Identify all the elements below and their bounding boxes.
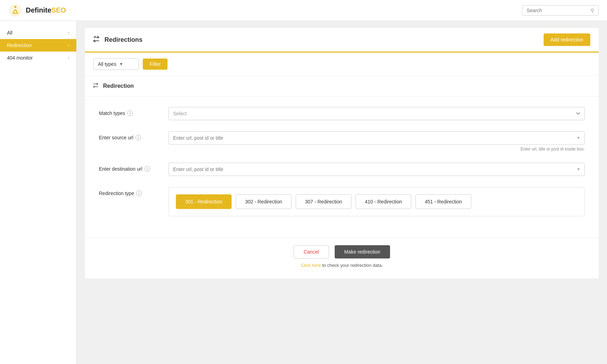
redirections-icon [93, 36, 101, 44]
page-title: Redirections [104, 36, 142, 44]
logo-icon [8, 3, 22, 17]
destination-url-input-col: ▼ [169, 163, 585, 176]
logo-area: DefiniteSEO [8, 3, 66, 17]
check-link-text: Click here to check your redirection dat… [301, 263, 383, 268]
chevron-right-icon: › [68, 55, 69, 60]
redirect-type-302[interactable]: 302 - Redirection [236, 194, 291, 209]
destination-url-input[interactable] [169, 163, 585, 176]
add-redirection-button[interactable]: Add redirection [544, 33, 590, 46]
search-box[interactable]: ⚲ [522, 5, 599, 16]
source-url-row: Enter source url i ▼ Enter url, title or… [99, 131, 585, 152]
redirection-section-icon [93, 82, 100, 90]
sidebar-item-label: All [7, 30, 13, 36]
sidebar-item-all[interactable]: All › [0, 26, 76, 39]
destination-url-row: Enter destination url i ▼ [99, 163, 585, 176]
sidebar: All › Redirection › 404 monitor › [0, 21, 77, 364]
page-title-area: Redirections [93, 36, 142, 44]
destination-url-label-col: Enter destination url i [99, 163, 162, 172]
redirect-type-410[interactable]: 410 - Redirection [356, 194, 411, 209]
redirect-type-451[interactable]: 451 - Redirection [415, 194, 471, 209]
redirection-type-row: Redirection type i 301 - Redirection 302… [99, 187, 585, 216]
filter-bar: All types ▼ Filter [85, 53, 599, 76]
source-url-input-col: ▼ Enter url, title or post id inside box… [169, 131, 585, 152]
match-types-label: Match types i [99, 110, 162, 116]
brand-name: DefiniteSEO [26, 6, 66, 14]
destination-url-info-icon[interactable]: i [145, 166, 150, 172]
match-types-row: Match types i Select [99, 107, 585, 120]
action-buttons: Cancel Make redirection [294, 245, 390, 258]
redirection-type-info-icon[interactable]: i [136, 191, 142, 196]
svg-point-1 [14, 6, 16, 8]
form-body: Match types i Select Enter source [85, 96, 599, 238]
page-header: Redirections Add redirection [85, 28, 599, 53]
chevron-down-icon: ▼ [119, 62, 123, 67]
make-redirection-button[interactable]: Make redirection [335, 245, 390, 258]
top-header: DefiniteSEO ⚲ [0, 0, 607, 21]
search-input[interactable] [527, 8, 589, 13]
match-types-select[interactable]: Select [169, 107, 585, 120]
redirection-type-input-col: 301 - Redirection 302 - Redirection 307 … [169, 187, 585, 216]
sidebar-item-404monitor[interactable]: 404 monitor › [0, 52, 76, 64]
destination-url-label: Enter destination url i [99, 166, 162, 172]
chevron-right-icon: › [68, 30, 69, 35]
redirect-type-307[interactable]: 307 - Redirection [296, 194, 351, 209]
source-url-dropdown-arrow: ▼ [576, 135, 581, 140]
source-url-hint: Enter url, title or post id inside box. [169, 147, 585, 152]
all-types-label: All types [98, 61, 116, 67]
form-card: All types ▼ Filter Redirection [85, 53, 599, 278]
source-url-input[interactable] [169, 131, 585, 145]
destination-url-dropdown-arrow: ▼ [576, 167, 581, 172]
source-url-label: Enter source url i [99, 135, 162, 140]
chevron-right-icon: › [68, 43, 69, 48]
check-link-suffix: to check your redirection data. [322, 263, 383, 268]
search-icon: ⚲ [591, 8, 594, 13]
redirect-types-group: 301 - Redirection 302 - Redirection 307 … [169, 187, 585, 216]
match-types-input-col: Select [169, 107, 585, 120]
sidebar-item-label: Redirection [7, 42, 32, 48]
layout: All › Redirection › 404 monitor › [0, 21, 607, 364]
match-types-label-col: Match types i [99, 107, 162, 116]
redirection-type-label: Redirection type i [99, 191, 162, 196]
source-url-label-col: Enter source url i [99, 131, 162, 140]
match-types-info-icon[interactable]: i [127, 110, 133, 116]
action-row: Cancel Make redirection Click here to ch… [85, 238, 599, 278]
filter-button[interactable]: Filter [143, 59, 168, 70]
sidebar-item-redirection[interactable]: Redirection › [0, 39, 76, 52]
form-section-title: Redirection [103, 83, 134, 89]
redirection-type-label-col: Redirection type i [99, 187, 162, 196]
form-section-header: Redirection [85, 76, 599, 96]
source-url-info-icon[interactable]: i [135, 135, 141, 140]
cancel-button[interactable]: Cancel [294, 245, 329, 258]
sidebar-item-label: 404 monitor [7, 55, 33, 61]
all-types-dropdown[interactable]: All types ▼ [93, 58, 139, 70]
main-content: Redirections Add redirection All types ▼… [77, 21, 607, 364]
click-here-link[interactable]: Click here [301, 263, 321, 268]
redirect-type-301[interactable]: 301 - Redirection [176, 194, 232, 209]
